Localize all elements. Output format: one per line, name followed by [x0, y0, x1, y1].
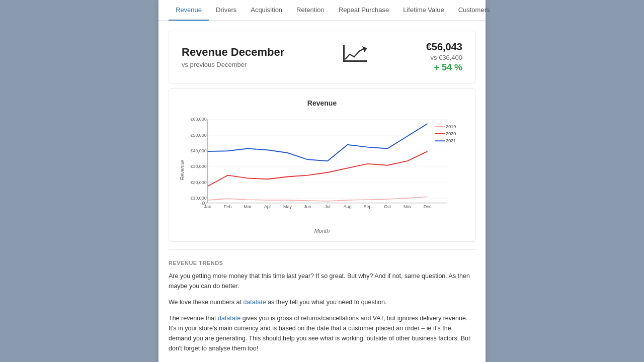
svg-text:2021: 2021: [446, 138, 456, 143]
svg-text:May: May: [283, 204, 292, 209]
svg-rect-0: [343, 60, 367, 62]
content-area: Revenue December vs previous December €5…: [158, 21, 486, 362]
svg-text:Jul: Jul: [325, 204, 330, 209]
svg-text:Jan: Jan: [204, 204, 212, 209]
datatate-link-2[interactable]: datatate: [218, 315, 240, 322]
svg-text:Jun: Jun: [304, 204, 311, 209]
svg-text:Nov: Nov: [404, 204, 412, 209]
svg-text:€20,000: €20,000: [190, 180, 206, 185]
revenue-compare: vs €36,400: [426, 54, 462, 61]
svg-text:€60,000: €60,000: [190, 117, 206, 122]
revenue-trend-icon: [327, 44, 383, 70]
tab-acquisition[interactable]: Acquisition: [244, 0, 289, 21]
trends-section: REVENUE TRENDS Are you getting more mone…: [169, 257, 475, 362]
svg-text:Apr: Apr: [264, 204, 271, 209]
revenue-title-section: Revenue December vs previous December: [182, 46, 284, 68]
datatate-link-1[interactable]: datatate: [243, 299, 266, 306]
tab-lifetime-value[interactable]: Lifetime Value: [396, 0, 451, 21]
tab-revenue[interactable]: Revenue: [169, 0, 209, 21]
svg-text:Sep: Sep: [363, 204, 371, 209]
revenue-title: Revenue December: [182, 46, 284, 59]
svg-text:Dec: Dec: [424, 204, 432, 209]
svg-text:2020: 2020: [446, 131, 456, 136]
svg-text:€50,000: €50,000: [190, 133, 206, 138]
revenue-header-card: Revenue December vs previous December €5…: [169, 31, 475, 83]
tab-customers[interactable]: Customers: [451, 0, 497, 21]
section-divider: [169, 249, 475, 250]
svg-text:€10,000: €10,000: [190, 196, 206, 201]
svg-text:€40,000: €40,000: [190, 148, 206, 153]
chart-card: Revenue Revenue: [169, 88, 475, 242]
tab-repeat-purchase[interactable]: Repeat Purchase: [332, 0, 396, 21]
nav-tabs: Revenue Drivers Acquisition Retention Re…: [158, 0, 486, 21]
svg-text:2019: 2019: [446, 124, 456, 129]
tab-drivers[interactable]: Drivers: [209, 0, 244, 21]
trends-para-2: We love these numbers at datatate as the…: [169, 297, 475, 307]
trends-para-3: The revenue that datatate gives you is g…: [169, 313, 475, 353]
revenue-chart: €60,000 €50,000 €40,000 €30,000 €20,000 …: [188, 115, 467, 210]
tab-retention[interactable]: Retention: [289, 0, 332, 21]
svg-text:Feb: Feb: [224, 204, 232, 209]
revenue-main-value: €56,043: [426, 41, 462, 53]
svg-text:€30,000: €30,000: [190, 164, 206, 169]
y-axis-label: Revenue: [180, 160, 185, 180]
revenue-change: + 54 %: [426, 62, 462, 73]
x-axis-label: Month: [177, 228, 467, 234]
chart-title: Revenue: [177, 99, 467, 107]
trends-para-1: Are you getting more money that this tim…: [169, 271, 475, 291]
svg-text:Oct: Oct: [384, 204, 391, 209]
svg-rect-1: [343, 45, 345, 62]
revenue-subtitle: vs previous December: [182, 61, 284, 68]
trends-label: REVENUE TRENDS: [169, 260, 475, 266]
trends-para-4: Us the graph to understand whether the r…: [169, 359, 475, 362]
svg-text:Mar: Mar: [244, 204, 251, 209]
svg-text:Aug: Aug: [344, 204, 352, 209]
revenue-stats: €56,043 vs €36,400 + 54 %: [426, 41, 462, 73]
